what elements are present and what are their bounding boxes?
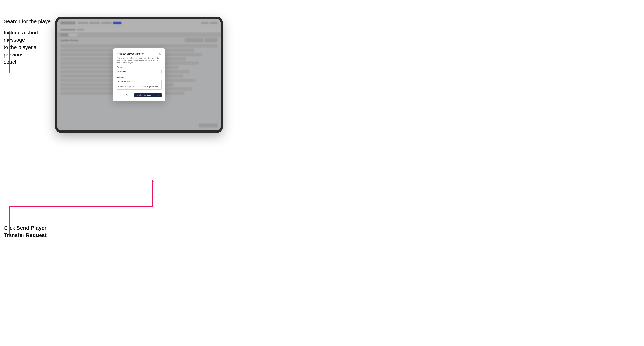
send-transfer-button[interactable]: Send Player Transfer Request [134, 93, 162, 97]
modal-overlay: Request player transfer ✕ If the player … [58, 19, 220, 131]
annotation-message-text: Include a short message to the player's … [4, 29, 52, 66]
modal-description: If the player is transferring from anoth… [117, 57, 162, 64]
player-input[interactable] [117, 69, 162, 74]
cancel-button[interactable]: Cancel [124, 93, 133, 97]
annotation-click-text: Click Send Player Transfer Request [4, 224, 52, 239]
modal-title: Request player transfer [117, 52, 144, 55]
svg-marker-6 [151, 180, 154, 182]
message-label: Message [117, 76, 162, 78]
modal-header: Request player transfer ✕ [117, 52, 162, 55]
annotation-search-text: Search for the player. [4, 18, 54, 25]
modal-footer: Cancel Send Player Transfer Request [117, 93, 162, 97]
message-textarea[interactable]: Hi Coach McHarg, Please accept this tran… [117, 79, 162, 90]
tablet-screen: Update Roster [58, 19, 220, 131]
modal-close-button[interactable]: ✕ [158, 52, 162, 55]
transfer-request-modal: Request player transfer ✕ If the player … [113, 48, 165, 101]
tablet-device: Update Roster [55, 17, 223, 133]
player-label: Player [117, 66, 162, 68]
